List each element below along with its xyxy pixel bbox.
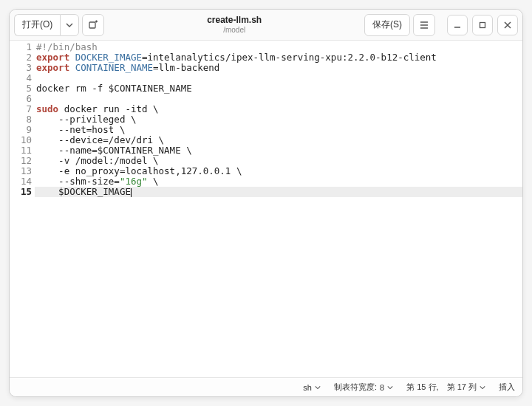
- open-button-group: 打开(O): [14, 14, 79, 36]
- code-line[interactable]: #!/bin/bash: [35, 42, 522, 52]
- line-number: 2: [10, 52, 32, 63]
- code-line[interactable]: export DOCKER_IMAGE=intelanalytics/ipex-…: [35, 52, 522, 63]
- statusbar: sh 制表符宽度: 8 第 15 行, 第 17 列 插入: [10, 377, 522, 396]
- code-line[interactable]: --shm-size="16g" \: [35, 176, 522, 187]
- code-line[interactable]: sudo docker run -itd \: [35, 104, 522, 114]
- code-line[interactable]: -e no_proxy=localhost,127.0.0.1 \: [35, 166, 522, 176]
- line-number: 1: [10, 42, 32, 52]
- cursor-col: 第 17 列: [447, 382, 477, 393]
- language-selector[interactable]: sh: [303, 383, 321, 392]
- svg-rect-0: [89, 22, 95, 28]
- open-button[interactable]: 打开(O): [14, 14, 60, 36]
- code-line[interactable]: -v /model:/model \: [35, 156, 522, 166]
- line-number: 11: [10, 145, 32, 156]
- line-number: 15: [10, 187, 32, 197]
- title-filename: create-llm.sh: [107, 16, 361, 25]
- minimize-button[interactable]: [447, 15, 468, 35]
- minimize-icon: [453, 21, 462, 30]
- cursor-line: 第 15 行,: [406, 382, 438, 393]
- code-line[interactable]: --name=$CONTAINER_NAME \: [35, 145, 522, 156]
- new-tab-button[interactable]: [82, 14, 104, 36]
- open-recent-dropdown[interactable]: [60, 14, 79, 36]
- tab-width-label: 制表符宽度:: [334, 382, 377, 393]
- cursor-position[interactable]: 第 15 行, 第 17 列: [406, 382, 485, 393]
- code-line[interactable]: [35, 94, 522, 104]
- close-button[interactable]: [497, 15, 518, 35]
- code-line[interactable]: export CONTAINER_NAME=llm-backend: [35, 63, 522, 73]
- line-number: 8: [10, 114, 32, 125]
- open-button-label: 打开(O): [22, 18, 52, 31]
- language-label: sh: [303, 383, 312, 392]
- new-tab-icon: [88, 20, 98, 30]
- maximize-icon: [478, 21, 487, 30]
- code-line[interactable]: --privileged \: [35, 114, 522, 125]
- line-number: 14: [10, 176, 32, 187]
- line-number-gutter: 123456789101112131415: [10, 42, 35, 377]
- line-number: 6: [10, 94, 32, 104]
- line-number: 5: [10, 83, 32, 94]
- chevron-down-icon: [387, 385, 393, 390]
- save-button-label: 保存(S): [372, 18, 402, 31]
- close-icon: [503, 21, 512, 30]
- editor-area[interactable]: 123456789101112131415 #!/bin/bashexport …: [10, 41, 522, 377]
- code-line[interactable]: $DOCKER_IMAGE: [35, 187, 522, 197]
- line-number: 3: [10, 63, 32, 73]
- hamburger-menu-button[interactable]: [413, 14, 435, 36]
- svg-rect-1: [480, 22, 485, 27]
- line-number: 7: [10, 104, 32, 114]
- code-line[interactable]: docker rm -f $CONTAINER_NAME: [35, 83, 522, 94]
- title-area: create-llm.sh /model: [107, 16, 361, 33]
- chevron-down-icon: [315, 385, 321, 390]
- code-line[interactable]: --device=/dev/dri \: [35, 135, 522, 145]
- chevron-down-icon: [66, 21, 73, 29]
- line-number: 10: [10, 135, 32, 145]
- headerbar: 打开(O) create-llm.sh /model 保存(S): [10, 10, 522, 41]
- line-number: 12: [10, 156, 32, 166]
- tab-width-value: 8: [380, 383, 384, 392]
- chevron-down-icon: [480, 385, 485, 390]
- code-line[interactable]: --net=host \: [35, 125, 522, 135]
- line-number: 9: [10, 125, 32, 135]
- title-path: /model: [107, 26, 361, 34]
- code-line[interactable]: [35, 73, 522, 83]
- save-button[interactable]: 保存(S): [364, 14, 410, 36]
- maximize-button[interactable]: [472, 15, 493, 35]
- editor-window: 打开(O) create-llm.sh /model 保存(S): [9, 9, 523, 397]
- hamburger-icon: [419, 20, 429, 30]
- line-number: 13: [10, 166, 32, 176]
- insert-mode-indicator[interactable]: 插入: [499, 382, 515, 393]
- code-content[interactable]: #!/bin/bashexport DOCKER_IMAGE=intelanal…: [35, 42, 522, 377]
- tab-width-selector[interactable]: 制表符宽度: 8: [334, 382, 393, 393]
- text-cursor: [131, 188, 132, 197]
- line-number: 4: [10, 73, 32, 83]
